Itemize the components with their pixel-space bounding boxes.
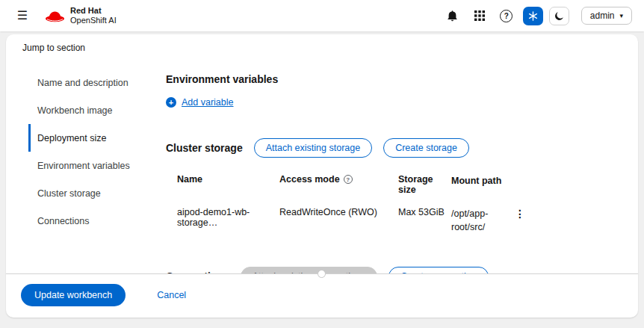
create-connection-button[interactable]: Create connection (388, 267, 488, 273)
help-button[interactable]: ? (496, 6, 517, 25)
access-mode-cell: ReadWriteOnce (RWO) (279, 207, 398, 217)
jump-to-section-label: Jump to section (6, 34, 638, 53)
form-content: Environment variables + Add variable Clu… (166, 53, 638, 273)
update-workbench-button[interactable]: Update workbench (21, 284, 126, 306)
cluster-storage-header: Cluster storage Attach existing storage … (166, 138, 638, 158)
app-launcher-button[interactable] (469, 6, 490, 25)
col-header-storage-size: Storage size (398, 174, 451, 195)
redhat-logo-icon (45, 10, 65, 22)
col-header-name: Name (177, 174, 279, 185)
environment-variables-title: Environment variables (166, 73, 638, 85)
jump-nav-item-cluster-storage[interactable]: Cluster storage (28, 179, 166, 207)
plus-circle-icon: + (166, 97, 176, 108)
cancel-button[interactable]: Cancel (157, 290, 186, 300)
help-icon: ? (500, 10, 513, 22)
user-menu-label: admin (590, 10, 615, 21)
row-kebab-menu-button[interactable]: ⋮ (510, 207, 530, 220)
notifications-button[interactable] (442, 6, 463, 25)
brand: Red Hat OpenShift AI (45, 6, 117, 25)
mount-path-cell: /opt/app-root/src/ (451, 207, 505, 234)
chevron-down-icon: ▾ (619, 13, 623, 19)
storage-size-cell: Max 53GiB (398, 207, 451, 217)
brand-line2: OpenShift AI (70, 16, 117, 25)
jump-to-section-nav: Name and description Workbench image Dep… (6, 53, 166, 273)
form-footer: Update workbench Cancel (6, 274, 638, 318)
masthead: ☰ Red Hat OpenShift AI (0, 0, 644, 31)
edit-workbench-card: Jump to section Name and description Wor… (6, 34, 638, 318)
theme-light-button[interactable] (523, 7, 543, 25)
create-storage-button[interactable]: Create storage (383, 138, 469, 158)
table-header-row: Name Access mode ? Storage size Mount pa… (177, 174, 638, 195)
attach-existing-connections-button: Attach existing connections (241, 267, 377, 273)
access-mode-help-icon[interactable]: ? (344, 175, 353, 184)
storage-name-cell: aipod-demo1-wb-storage… (177, 207, 279, 228)
snowflake-icon (528, 11, 538, 21)
jump-nav-item-name-description[interactable]: Name and description (28, 69, 166, 96)
moon-icon (554, 11, 564, 21)
add-variable-link[interactable]: + Add variable (166, 97, 638, 108)
user-menu[interactable]: admin ▾ (581, 7, 632, 25)
cluster-storage-title: Cluster storage (166, 142, 243, 154)
page-body: Jump to section Name and description Wor… (0, 34, 644, 318)
table-row: aipod-demo1-wb-storage… ReadWriteOnce (R… (177, 207, 638, 234)
apps-grid-icon (474, 10, 485, 21)
connections-header: Connections Attach existing connections … (166, 267, 638, 273)
brand-text: Red Hat OpenShift AI (70, 6, 117, 25)
col-header-mount-path: Mount path (451, 174, 505, 188)
col-header-access-mode: Access mode ? (279, 174, 398, 185)
jump-nav-item-connections[interactable]: Connections (28, 207, 166, 235)
nav-toggle-button[interactable]: ☰ (12, 6, 33, 25)
divider-handle (318, 270, 326, 278)
footer-divider (6, 273, 638, 274)
bell-icon (447, 10, 458, 22)
jump-nav-item-deployment-size[interactable]: Deployment size (28, 124, 166, 152)
add-variable-label: Add variable (182, 97, 234, 108)
brand-line1: Red Hat (70, 6, 117, 16)
jump-nav-item-environment-variables[interactable]: Environment variables (28, 152, 166, 179)
attach-existing-storage-button[interactable]: Attach existing storage (254, 138, 372, 158)
jump-nav-item-workbench-image[interactable]: Workbench image (28, 96, 166, 124)
theme-dark-button[interactable] (549, 7, 569, 25)
cluster-storage-table: Name Access mode ? Storage size Mount pa… (166, 174, 638, 234)
hamburger-icon: ☰ (17, 10, 28, 22)
